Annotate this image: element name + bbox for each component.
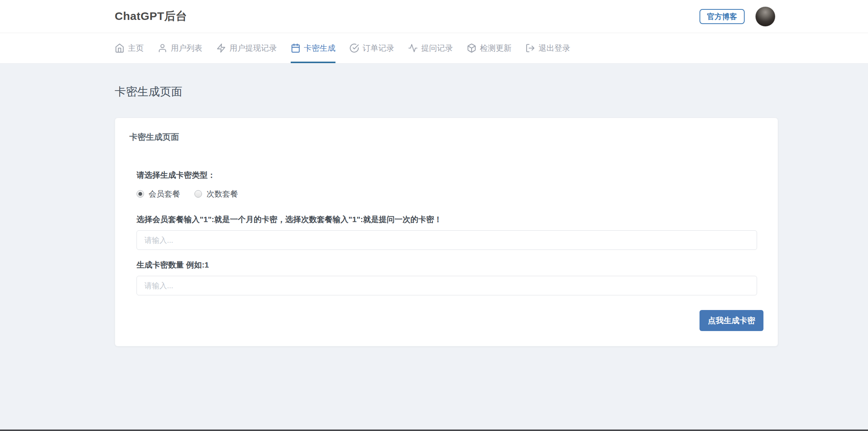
app-header: ChatGPT后台 官方博客 [0,0,868,33]
nav-item-card-key-generate[interactable]: 卡密生成 [291,33,335,63]
radio-unselected-icon[interactable] [194,190,202,198]
nav-item-check-update[interactable]: 检测更新 [467,33,511,63]
card-key-generate-panel: 卡密生成页面 请选择生成卡密类型： 会员套餐 次数套餐 选择会员套餐输入"1":… [115,118,778,346]
nav-item-label: 订单记录 [363,43,394,53]
key-value-input[interactable] [137,230,757,250]
nav-item-label: 用户提现记录 [229,43,277,53]
nav-item-home[interactable]: 主页 [115,33,144,63]
card-key-form: 请选择生成卡密类型： 会员套餐 次数套餐 选择会员套餐输入"1":就是一个月的卡… [115,170,778,331]
activity-icon [408,43,418,53]
card-title: 卡密生成页面 [129,132,763,143]
page-title: 卡密生成页面 [115,84,868,100]
user-avatar[interactable] [755,6,775,27]
radio-label: 次数套餐 [206,189,238,199]
nav-item-withdraw-records[interactable]: 用户提现记录 [216,33,277,63]
radio-member-package[interactable]: 会员套餐 [137,189,180,199]
nav-item-label: 检测更新 [480,43,511,53]
radio-times-package[interactable]: 次数套餐 [194,189,238,199]
nav-item-question-records[interactable]: 提问记录 [408,33,453,63]
key-type-radio-group: 会员套餐 次数套餐 [137,189,757,199]
calendar-icon [291,43,300,53]
main-nav: 主页 用户列表 用户提现记录 卡密生成 订单记录 [0,33,868,64]
nav-item-label: 用户列表 [171,43,202,53]
logout-icon [525,43,535,53]
app-title: ChatGPT后台 [115,9,187,24]
nav-item-user-list[interactable]: 用户列表 [158,33,202,63]
bottom-edge-strip [0,429,868,431]
nav-item-label: 主页 [128,43,144,53]
official-blog-button[interactable]: 官方博客 [700,9,745,24]
nav-items-container: 主页 用户列表 用户提现记录 卡密生成 订单记录 [115,33,868,63]
main-content: 卡密生成页面 卡密生成页面 请选择生成卡密类型： 会员套餐 次数套餐 选择会员套… [0,64,868,346]
nav-item-label: 提问记录 [421,43,453,53]
nav-item-order-records[interactable]: 订单记录 [349,33,394,63]
key-value-label: 选择会员套餐输入"1":就是一个月的卡密，选择次数套餐输入"1":就是提问一次的… [137,214,757,225]
radio-label: 会员套餐 [149,189,180,199]
nav-item-label: 退出登录 [539,43,570,53]
box-icon [467,43,476,53]
submit-button-row: 点我生成卡密 [137,310,763,331]
key-count-input[interactable] [137,276,757,295]
check-circle-icon [349,43,359,53]
key-count-label: 生成卡密数量 例如:1 [137,260,757,270]
generate-key-button[interactable]: 点我生成卡密 [700,310,763,331]
radio-selected-icon[interactable] [137,190,144,198]
home-icon [115,43,124,53]
key-type-label: 请选择生成卡密类型： [137,170,757,180]
nav-item-label: 卡密生成 [304,43,335,53]
zap-icon [216,43,226,53]
user-icon [158,43,167,53]
header-right-group: 官方博客 [700,6,775,27]
nav-item-logout[interactable]: 退出登录 [525,33,570,63]
